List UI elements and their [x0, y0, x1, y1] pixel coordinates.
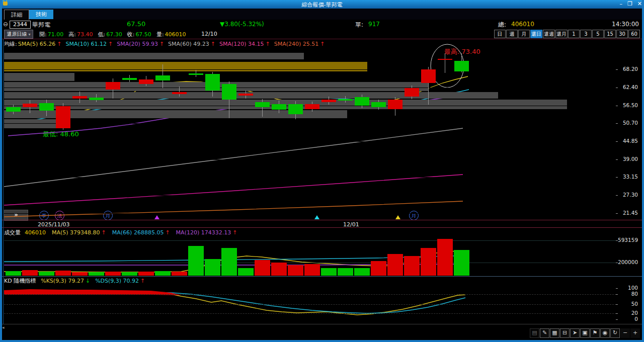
volume-bar: [72, 272, 88, 276]
triangle-marker: [314, 215, 319, 219]
volume-bar: [6, 271, 21, 276]
price-gridline: [4, 88, 616, 88]
volume-bar: [238, 268, 254, 276]
kd-title: KD 隨機指標: [4, 278, 36, 284]
ohlc-value: 71.00: [48, 31, 64, 38]
expand-button[interactable]: »: [4, 210, 28, 221]
date-search-icon[interactable]: ▦: [550, 328, 559, 338]
volume-legend: 成交量406010MA(5) 379348.80↑MA(66) 268885.0…: [4, 229, 237, 236]
ohlc-label: 低:: [98, 31, 105, 38]
ohlc-value: 73.40: [77, 31, 93, 38]
candlestick: [388, 100, 403, 109]
symbol-input[interactable]: 2344: [10, 21, 31, 29]
period-button-日[interactable]: 日: [494, 30, 506, 38]
sma-item-arrow: ↑: [57, 41, 61, 47]
axis-tick: [616, 294, 618, 295]
price-axis-label: 68.20: [618, 66, 638, 72]
quote-row: ⊖ 2344 華邦電 67.50 ▼3.80(-5.32%) 單: 917 總:…: [0, 20, 644, 29]
event-circle-marker[interactable]: 月: [103, 211, 113, 220]
axis-tick: [616, 195, 618, 196]
zoom-in-icon[interactable]: +: [630, 328, 640, 338]
candlestick: [371, 102, 386, 107]
period-button-還日[interactable]: 還日: [530, 30, 542, 38]
volume-gridline: [4, 263, 616, 263]
period-button-60[interactable]: 60: [628, 30, 640, 38]
indicator-flag-icon[interactable]: ⚑: [590, 328, 600, 338]
pane-divider: [0, 276, 644, 277]
sma-item-label: SMA(5) 65.26: [18, 41, 56, 47]
event-circle-marker[interactable]: 法: [55, 211, 64, 220]
ohlc-label: 量:: [156, 31, 164, 38]
low-annotation: 最低: 48.60: [43, 130, 79, 139]
price-axis-label: 33.15: [618, 174, 638, 180]
minimize-button[interactable]: –: [619, 1, 622, 7]
restore-button[interactable]: ❐: [627, 1, 632, 7]
refresh-icon[interactable]: ↻: [610, 328, 620, 338]
zoom-analysis-icon[interactable]: ✎: [540, 328, 549, 338]
ohlc-value: 67.30: [106, 31, 122, 38]
candlestick: [355, 97, 369, 106]
zoom-out-icon[interactable]: −: [620, 328, 630, 338]
window-border-bottom: [0, 340, 644, 342]
tab-technical[interactable]: 技術: [29, 10, 53, 19]
kd-axis-label: 80: [618, 291, 638, 297]
volume-profile-bar: [4, 119, 61, 128]
kd-gridline: [4, 294, 616, 295]
volume-bar: [205, 259, 220, 276]
volume-bar: [255, 260, 270, 276]
event-circle-marker[interactable]: 月: [409, 211, 419, 220]
axis-tick: [616, 263, 618, 263]
chart-type-dropdown[interactable]: 還原日線 ▾: [4, 30, 33, 39]
period-button-1[interactable]: 1: [568, 30, 580, 38]
print-icon[interactable]: ⊟: [560, 328, 570, 338]
period-button-週[interactable]: 週: [506, 30, 518, 38]
symbol-minus-icon[interactable]: ⊖: [3, 21, 8, 28]
candle-wick: [445, 53, 445, 73]
candlestick: [172, 92, 187, 94]
report-icon[interactable]: ▤: [530, 328, 539, 338]
eye-icon[interactable]: ◉: [600, 328, 610, 338]
period-button-15[interactable]: 15: [604, 30, 616, 38]
volume-bar: [89, 272, 104, 276]
tab-detail[interactable]: 詳細: [4, 10, 29, 20]
candlestick: [255, 102, 270, 107]
triangle-marker: [395, 215, 400, 219]
price-gridline: [4, 159, 616, 160]
period-button-還月[interactable]: 還月: [555, 30, 568, 38]
sma-item-arrow: ↑: [211, 41, 215, 47]
period-button-3[interactable]: 3: [580, 30, 592, 38]
period-button-還週[interactable]: 還週: [543, 30, 555, 38]
ohlc-label: 開:: [39, 31, 47, 38]
volume-bar: [39, 272, 54, 276]
axis-tick: [616, 313, 618, 314]
x-axis-line-2: [0, 227, 644, 228]
price-gridline: [4, 195, 616, 196]
unit-volume: 917: [368, 21, 380, 28]
period-button-30[interactable]: 30: [616, 30, 628, 38]
high-annotation: 最高: 73.40: [444, 47, 480, 56]
candlestick: [421, 69, 436, 83]
window-border-right: [642, 0, 644, 342]
price-gridline: [4, 141, 616, 142]
grid-settings-icon[interactable]: ▣: [580, 328, 590, 338]
volume-profile-bar: [4, 62, 367, 71]
sma-item-label: SMA(20) 59.93: [117, 41, 158, 47]
volume-axis-label: 593159: [618, 237, 638, 243]
volume-bar: [155, 271, 171, 276]
scroll-left-icon[interactable]: ◂: [2, 325, 5, 330]
candlestick: [39, 103, 54, 111]
period-button-5[interactable]: 5: [592, 30, 604, 38]
close-button[interactable]: ✕: [637, 1, 642, 7]
cursor-icon[interactable]: ➤: [570, 328, 580, 338]
volume-bar: [105, 272, 121, 276]
candlestick: [222, 84, 236, 100]
period-button-月[interactable]: 月: [518, 30, 530, 38]
axis-tick: [616, 106, 618, 106]
kd-item-label: %KS(9,3) 79.27: [41, 278, 84, 284]
candlestick: [205, 74, 220, 91]
event-circle-marker[interactable]: 季: [39, 211, 49, 220]
scrollbar-track[interactable]: [0, 324, 644, 324]
axis-tick: [616, 240, 618, 241]
candlestick: [122, 78, 137, 80]
volume-ma-arrow: ↑: [102, 229, 106, 236]
